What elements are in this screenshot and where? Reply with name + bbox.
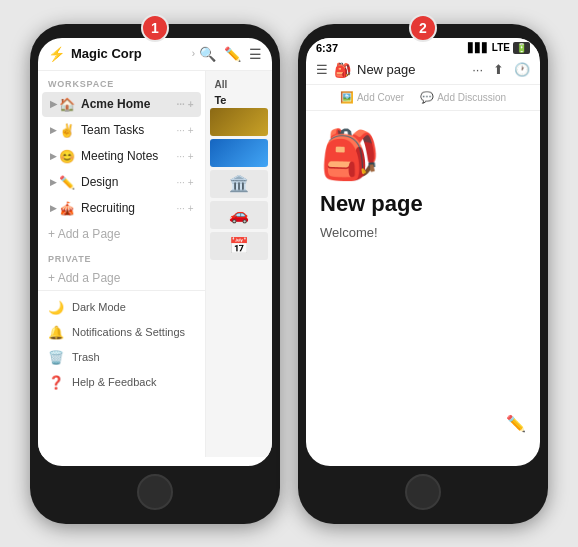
- phone-1-header: ⚡ Magic Corp › 🔍 ✏️ ☰: [38, 38, 272, 71]
- dark-mode-item[interactable]: 🌙 Dark Mode: [38, 295, 205, 320]
- phone-1-screen: ⚡ Magic Corp › 🔍 ✏️ ☰ WORKSPACE ▶ 🏠 Acme…: [38, 38, 272, 466]
- thumb-5: 📅: [210, 232, 268, 260]
- add-cover-btn[interactable]: 🖼️ Add Cover: [340, 91, 404, 104]
- phone-2-home-button[interactable]: [405, 474, 441, 510]
- nav-action-icons: ··· ⬆ 🕐: [472, 62, 530, 77]
- dark-mode-label: Dark Mode: [72, 301, 126, 313]
- signal-icon: ▋▋▋: [468, 43, 489, 53]
- trash-icon: 🗑️: [48, 350, 64, 365]
- phone-1-body: WORKSPACE ▶ 🏠 Acme Home ··· + ▶ ✌️ Team …: [38, 71, 272, 457]
- page-nav-title: New page: [357, 62, 466, 77]
- sidebar-item-team-tasks[interactable]: ▶ ✌️ Team Tasks ··· +: [42, 118, 201, 143]
- sidebar-item-design[interactable]: ▶ ✏️ Design ··· +: [42, 170, 201, 195]
- phone-1: 1 ⚡ Magic Corp › 🔍 ✏️ ☰ WORKSPACE ▶ 🏠 Ac…: [30, 24, 280, 524]
- design-icon: ✏️: [59, 175, 75, 190]
- expand-icon-4: ▶: [50, 177, 57, 187]
- expand-icon-2: ▶: [50, 125, 57, 135]
- workspace-section-label: WORKSPACE: [38, 71, 205, 91]
- acme-home-actions[interactable]: ··· +: [177, 99, 194, 110]
- help-icon: ❓: [48, 375, 64, 390]
- recruiting-label: Recruiting: [81, 201, 177, 215]
- header-icons: 🔍 ✏️ ☰: [199, 46, 262, 62]
- page-emoji-icon: 🎒: [334, 62, 351, 78]
- share-icon[interactable]: ⬆: [493, 62, 504, 77]
- workspace-caret: ›: [192, 48, 195, 59]
- private-section-label: PRIVATE: [38, 246, 205, 266]
- meeting-notes-label: Meeting Notes: [81, 149, 177, 163]
- notifications-settings-item[interactable]: 🔔 Notifications & Settings: [38, 320, 205, 345]
- meeting-notes-icon: 😊: [59, 149, 75, 164]
- thumb-3: 🏛️: [210, 170, 268, 198]
- phone-2: 2 6:37 ▋▋▋ LTE 🔋 ☰ 🎒 New page ··· ⬆ 🕐: [298, 24, 548, 524]
- sidebar-bottom: 🌙 Dark Mode 🔔 Notifications & Settings 🗑…: [38, 290, 205, 395]
- page-body-text: Welcome!: [320, 225, 526, 240]
- phone-1-badge: 1: [141, 14, 169, 42]
- phone-1-home-button[interactable]: [137, 474, 173, 510]
- help-feedback-item[interactable]: ❓ Help & Feedback: [38, 370, 205, 395]
- right-panel-content: All Te 🏛️ 🚗 📅: [206, 71, 272, 264]
- thumb-1: [210, 108, 268, 136]
- status-right: ▋▋▋ LTE 🔋: [468, 42, 530, 54]
- recruiting-icon: 🎪: [59, 201, 75, 216]
- workspace-name: Magic Corp: [71, 46, 188, 61]
- search-icon[interactable]: 🔍: [199, 46, 216, 62]
- notifications-label: Notifications & Settings: [72, 326, 185, 338]
- menu-icon[interactable]: ☰: [249, 46, 262, 62]
- network-label: LTE: [492, 42, 510, 53]
- right-panel-label: All: [210, 75, 268, 92]
- sidebar-item-recruiting[interactable]: ▶ 🎪 Recruiting ··· +: [42, 196, 201, 221]
- acme-home-label: Acme Home: [81, 97, 177, 111]
- design-label: Design: [81, 175, 177, 189]
- right-panel-heading: Te: [210, 92, 268, 108]
- status-time: 6:37: [316, 42, 338, 54]
- sidebar-item-meeting-notes[interactable]: ▶ 😊 Meeting Notes ··· +: [42, 144, 201, 169]
- acme-home-icon: 🏠: [59, 97, 75, 112]
- expand-icon-3: ▶: [50, 151, 57, 161]
- meeting-notes-actions[interactable]: ··· +: [177, 151, 194, 162]
- expand-icon-5: ▶: [50, 203, 57, 213]
- thumb-4: 🚗: [210, 201, 268, 229]
- more-icon[interactable]: ···: [472, 62, 483, 77]
- page-emoji-large: 🎒: [320, 127, 526, 183]
- phone-2-screen: 6:37 ▋▋▋ LTE 🔋 ☰ 🎒 New page ··· ⬆ 🕐 🖼️ A…: [306, 38, 540, 466]
- page-heading: New page: [320, 191, 526, 217]
- thumb-2: [210, 139, 268, 167]
- page-nav: ☰ 🎒 New page ··· ⬆ 🕐: [306, 56, 540, 85]
- phone-2-badge: 2: [409, 14, 437, 42]
- design-actions[interactable]: ··· +: [177, 177, 194, 188]
- cover-icon: 🖼️: [340, 91, 354, 104]
- page-toolbar: 🖼️ Add Cover 💬 Add Discussion: [306, 85, 540, 111]
- right-panel: All Te 🏛️ 🚗 📅: [206, 71, 272, 457]
- edit-button[interactable]: ✏️: [506, 414, 526, 433]
- discussion-label: Add Discussion: [437, 92, 506, 103]
- expand-icon: ▶: [50, 99, 57, 109]
- notifications-icon: 🔔: [48, 325, 64, 340]
- dark-mode-icon: 🌙: [48, 300, 64, 315]
- trash-item[interactable]: 🗑️ Trash: [38, 345, 205, 370]
- team-tasks-actions[interactable]: ··· +: [177, 125, 194, 136]
- thumbnail-list: 🏛️ 🚗 📅: [210, 108, 268, 260]
- recruiting-actions[interactable]: ··· +: [177, 203, 194, 214]
- discussion-icon: 💬: [420, 91, 434, 104]
- add-page-private[interactable]: + Add a Page: [38, 266, 205, 290]
- help-label: Help & Feedback: [72, 376, 156, 388]
- cover-label: Add Cover: [357, 92, 404, 103]
- page-content: 🎒 New page Welcome! ✏️: [306, 111, 540, 449]
- sidebar: WORKSPACE ▶ 🏠 Acme Home ··· + ▶ ✌️ Team …: [38, 71, 206, 457]
- logo-icon: ⚡: [48, 46, 65, 62]
- battery-indicator: 🔋: [513, 42, 530, 54]
- hamburger-icon[interactable]: ☰: [316, 62, 328, 77]
- history-icon[interactable]: 🕐: [514, 62, 530, 77]
- compose-icon[interactable]: ✏️: [224, 46, 241, 62]
- team-tasks-icon: ✌️: [59, 123, 75, 138]
- team-tasks-label: Team Tasks: [81, 123, 177, 137]
- add-discussion-btn[interactable]: 💬 Add Discussion: [420, 91, 506, 104]
- sidebar-item-acme-home[interactable]: ▶ 🏠 Acme Home ··· +: [42, 92, 201, 117]
- add-page-workspace[interactable]: + Add a Page: [38, 222, 205, 246]
- trash-label: Trash: [72, 351, 100, 363]
